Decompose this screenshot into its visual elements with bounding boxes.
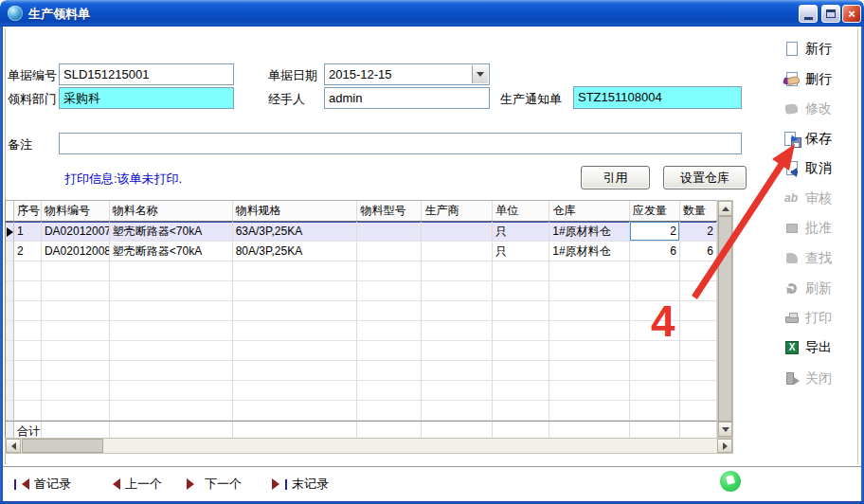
production-notice-input[interactable]: STZ151108004 [573,86,742,109]
window-frame-left [0,27,3,504]
cell-due-qty-focused[interactable]: 2 [630,222,680,242]
cell-code: DA02012007 [42,222,110,242]
print-icon [783,310,801,327]
print-label: 打印 [805,310,832,327]
next-record-button[interactable]: 下一个 [187,476,242,493]
cell-model [357,242,422,261]
empty-table-row [6,401,717,421]
col-warehouse: 仓库 [549,201,630,221]
minimize-icon [804,17,813,20]
audit-button: ab 审核 [783,189,832,208]
audit-label: 审核 [805,190,832,207]
row-indicator-cell [6,242,14,261]
arrow-right-icon [723,442,731,450]
empty-table-row [6,361,717,381]
col-qty: 数量 [680,201,717,221]
arrow-left-icon [8,442,16,450]
remark-label: 备注 [8,136,32,153]
new-row-button[interactable]: 新行 [783,40,832,59]
cell-spec: 80A/3P,25KA [233,242,358,261]
cell-maker [422,222,493,242]
production-requisition-window: 生产领料单 × 单据编号 SLD151215001 单据日期 2015-12-1… [0,0,864,504]
table-row-1[interactable]: 1 DA02012007 塑壳断路器<70kA 63A/3P,25KA 只 1#… [6,222,717,242]
scroll-left-button[interactable] [6,439,21,453]
close-form-label: 关闭 [805,370,832,387]
panel-border-right [857,28,858,464]
empty-table-row [6,281,717,301]
delete-row-button[interactable]: 删行 [783,70,832,89]
doc-no-label: 单据编号 [8,67,57,84]
table-row-2[interactable]: 2 DA02012008 塑壳断路器<70kA 80A/3P,25KA 只 1#… [6,242,717,261]
col-spec: 物料规格 [233,201,358,221]
previous-record-icon [107,478,120,490]
cancel-button[interactable]: 取消 [783,159,832,178]
chevron-down-icon [477,72,484,81]
handler-input[interactable]: admin [324,87,490,109]
refresh-icon [783,280,801,297]
total-row: 合计 [6,421,717,440]
scroll-up-button[interactable] [718,201,732,216]
close-form-button: 关闭 [783,369,832,388]
vertical-scrollbar[interactable] [717,200,733,438]
thumbs-up-badge-icon [720,471,741,492]
empty-table-row [6,301,717,321]
arrow-up-icon [722,203,729,211]
cell-warehouse: 1#原材料仓 [549,222,630,242]
horizontal-scrollbar[interactable] [5,438,733,454]
save-button[interactable]: 保存 [783,130,832,149]
handler-label: 经手人 [268,91,305,108]
save-icon [783,131,801,148]
next-record-icon [187,478,200,490]
cancel-label: 取消 [805,160,832,177]
cell-warehouse: 1#原材料仓 [549,242,630,261]
last-record-icon [272,478,287,490]
doc-date-dropdown-button[interactable] [472,65,488,83]
delete-row-label: 删行 [805,71,832,88]
new-row-icon [783,41,801,58]
doc-no-input[interactable]: SLD151215001 [59,63,234,85]
export-label: 导出 [805,339,832,356]
annotation-step-number: 4 [651,296,675,347]
export-button[interactable]: X 导出 [783,338,832,357]
first-record-button[interactable]: 首记录 [14,476,71,493]
reference-button[interactable]: 引用 [581,166,650,189]
doc-date-combobox[interactable]: 2015-12-15 [324,63,490,85]
remark-input[interactable] [59,133,742,154]
cell-seq: 1 [14,222,42,242]
modify-icon [783,100,801,117]
cell-unit: 只 [493,242,549,261]
approve-icon [783,220,801,237]
close-button[interactable]: × [842,5,861,23]
maximize-icon [826,9,836,18]
set-warehouse-button[interactable]: 设置仓库 [663,166,747,189]
maximize-button[interactable] [821,5,840,23]
cell-model [357,222,422,242]
approve-label: 批准 [805,220,832,237]
empty-table-row [6,381,717,401]
previous-record-label: 上一个 [125,476,162,493]
titlebar: 生产领料单 × [0,0,864,27]
col-code: 物料编号 [42,201,110,221]
cancel-icon [783,160,801,177]
cell-seq: 2 [14,242,42,261]
col-maker: 生产商 [422,201,493,221]
vertical-scroll-thumb[interactable] [718,216,732,422]
scroll-down-button[interactable] [718,422,732,437]
row-indicator-cell [6,222,14,242]
last-record-button[interactable]: 末记录 [272,476,329,493]
save-label: 保存 [805,131,832,148]
scroll-right-button[interactable] [717,439,732,453]
cell-due-qty: 6 [630,242,680,261]
dept-input[interactable]: 采购科 [59,87,234,109]
doc-date-label: 单据日期 [268,67,317,84]
row-indicator-header [6,201,14,221]
close-door-icon [783,370,801,387]
empty-table-row [6,321,717,341]
previous-record-button[interactable]: 上一个 [107,476,162,493]
cell-code: DA02012008 [42,242,110,261]
minimize-button[interactable] [799,5,818,23]
dept-label: 领料部门 [8,91,57,108]
horizontal-scroll-thumb[interactable] [22,439,103,453]
col-unit: 单位 [493,201,549,221]
find-button: 查找 [783,249,832,268]
